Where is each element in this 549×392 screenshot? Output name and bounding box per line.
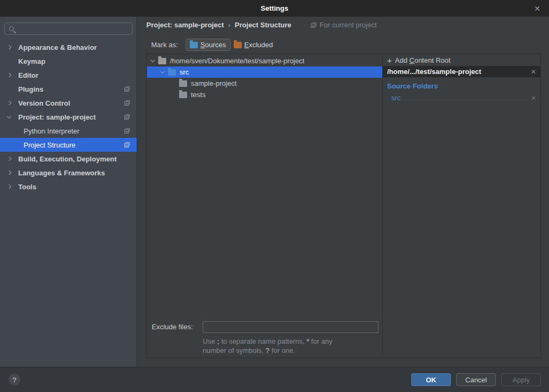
project-level-icon bbox=[124, 128, 130, 134]
breadcrumb-page: Project Structure bbox=[235, 21, 291, 29]
breadcrumb: Project: sample-project › Project Struct… bbox=[146, 21, 377, 29]
plus-icon: + bbox=[387, 56, 392, 64]
sidebar-item-label: Build, Execution, Deployment bbox=[18, 155, 116, 163]
content-root-tree: /home/sven/Dokumente/test/sample-project… bbox=[147, 54, 383, 358]
chevron-right-icon bbox=[7, 101, 11, 105]
ok-button[interactable]: OK bbox=[411, 373, 451, 386]
search-input[interactable] bbox=[4, 23, 132, 35]
sidebar-item-label: Project: sample-project bbox=[18, 113, 96, 121]
folder-icon bbox=[179, 92, 187, 98]
mark-excluded-button[interactable]: Excluded bbox=[230, 39, 277, 50]
settings-nav: Appearance & Behavior Keymap Editor Plug… bbox=[0, 40, 137, 194]
exclude-files-input[interactable] bbox=[203, 321, 379, 333]
content-root-details: + Add Content Root /home/.../test/sample… bbox=[383, 54, 540, 358]
project-level-icon bbox=[310, 22, 317, 28]
window-title: Settings bbox=[261, 4, 288, 12]
content-root-path: /home/.../test/sample-project bbox=[387, 68, 531, 76]
sidebar-item-build-execution[interactable]: Build, Execution, Deployment bbox=[0, 152, 137, 166]
content-root-header[interactable]: /home/.../test/sample-project ✕ bbox=[383, 66, 540, 77]
settings-sidebar: Appearance & Behavior Keymap Editor Plug… bbox=[0, 17, 137, 367]
sidebar-item-label: Appearance & Behavior bbox=[18, 43, 97, 51]
help-button[interactable]: ? bbox=[9, 374, 20, 386]
sidebar-item-tools[interactable]: Tools bbox=[0, 180, 137, 194]
dialog-buttons: OK Cancel Apply bbox=[411, 373, 541, 386]
chevron-down-icon bbox=[151, 58, 155, 62]
sidebar-item-version-control[interactable]: Version Control bbox=[0, 96, 137, 110]
mark-as-toolbar: Mark as: Sources Excluded bbox=[151, 39, 277, 50]
breadcrumb-project: Project: sample-project bbox=[146, 21, 224, 29]
sidebar-item-project[interactable]: Project: sample-project bbox=[0, 110, 137, 124]
chevron-down-icon bbox=[7, 114, 11, 118]
sidebar-item-label: Python Interpreter bbox=[24, 127, 79, 135]
scope-indicator: For current project bbox=[310, 21, 376, 29]
source-folder-row[interactable]: src ✕ bbox=[383, 92, 540, 102]
source-folder-name: src bbox=[391, 94, 400, 102]
tree-row-root[interactable]: /home/sven/Dokumente/test/sample-project bbox=[147, 55, 382, 66]
project-level-icon bbox=[124, 100, 130, 106]
settings-content: Project: sample-project › Project Struct… bbox=[138, 17, 549, 367]
sidebar-item-label: Keymap bbox=[18, 57, 46, 65]
excluded-folder-icon bbox=[234, 42, 242, 48]
remove-content-root-icon[interactable]: ✕ bbox=[531, 68, 536, 76]
folder-icon bbox=[158, 58, 166, 64]
exclude-files-label: Exclude files: bbox=[152, 323, 193, 331]
sidebar-item-languages[interactable]: Languages & Frameworks bbox=[0, 166, 137, 180]
dotted-leader bbox=[402, 100, 529, 100]
tree-row-label: tests bbox=[191, 91, 205, 99]
scope-label: For current project bbox=[320, 21, 376, 29]
mark-sources-button[interactable]: Sources bbox=[186, 39, 230, 50]
search-icon bbox=[9, 26, 14, 31]
structure-panels: /home/sven/Dokumente/test/sample-project… bbox=[146, 54, 541, 358]
remove-source-folder-icon[interactable]: ✕ bbox=[531, 94, 536, 102]
tree-row-label: /home/sven/Dokumente/test/sample-project bbox=[170, 57, 305, 65]
folder-icon bbox=[179, 80, 187, 87]
sidebar-item-label: Tools bbox=[18, 183, 36, 191]
tree-row-label: src bbox=[180, 68, 189, 76]
project-level-icon bbox=[124, 114, 130, 120]
apply-button[interactable]: Apply bbox=[501, 373, 541, 386]
chevron-right-icon bbox=[7, 171, 11, 175]
chevron-right-icon bbox=[7, 73, 11, 77]
window-titlebar: Settings ✕ bbox=[0, 0, 549, 17]
sidebar-item-label: Languages & Frameworks bbox=[18, 169, 105, 177]
add-content-root-label: Add Content Root bbox=[395, 56, 450, 64]
sidebar-item-keymap[interactable]: Keymap bbox=[0, 54, 137, 68]
cancel-button[interactable]: Cancel bbox=[456, 373, 496, 386]
project-level-icon bbox=[124, 86, 130, 92]
add-content-root-button[interactable]: + Add Content Root bbox=[383, 54, 540, 66]
tree-row-src[interactable]: src bbox=[147, 66, 382, 78]
mark-sources-label: Sources bbox=[201, 41, 226, 49]
chevron-right-icon bbox=[7, 157, 11, 161]
sidebar-item-editor[interactable]: Editor bbox=[0, 68, 137, 82]
sidebar-item-plugins[interactable]: Plugins bbox=[0, 82, 137, 96]
exclude-files-hint: Use ; to separate name patterns, * for a… bbox=[203, 337, 332, 355]
sidebar-item-appearance[interactable]: Appearance & Behavior bbox=[0, 40, 137, 54]
tree-row-sample-project[interactable]: sample-project bbox=[147, 78, 382, 89]
sidebar-item-label: Version Control bbox=[18, 99, 70, 107]
sources-folder-icon bbox=[190, 42, 198, 48]
breadcrumb-separator: › bbox=[228, 21, 231, 29]
chevron-down-icon bbox=[160, 69, 165, 73]
source-folder-icon bbox=[168, 69, 176, 76]
tree-row-tests[interactable]: tests bbox=[147, 89, 382, 100]
mark-excluded-label: Excluded bbox=[244, 41, 273, 49]
sidebar-item-label: Editor bbox=[18, 71, 39, 79]
dialog-footer: ? OK Cancel Apply bbox=[0, 367, 549, 392]
sidebar-item-project-structure[interactable]: Project Structure bbox=[0, 138, 137, 152]
project-level-icon bbox=[124, 142, 130, 148]
tree-row-label: sample-project bbox=[191, 79, 236, 87]
source-folders-heading: Source Folders bbox=[387, 82, 540, 90]
sidebar-item-python-interpreter[interactable]: Python Interpreter bbox=[0, 124, 137, 138]
chevron-right-icon bbox=[7, 45, 11, 49]
chevron-right-icon bbox=[7, 184, 11, 189]
exclude-files-row: Exclude files: bbox=[147, 323, 382, 331]
sidebar-item-label: Project Structure bbox=[24, 141, 76, 149]
close-icon[interactable]: ✕ bbox=[531, 0, 544, 17]
mark-as-label: Mark as: bbox=[151, 41, 178, 49]
sidebar-item-label: Plugins bbox=[18, 85, 43, 93]
